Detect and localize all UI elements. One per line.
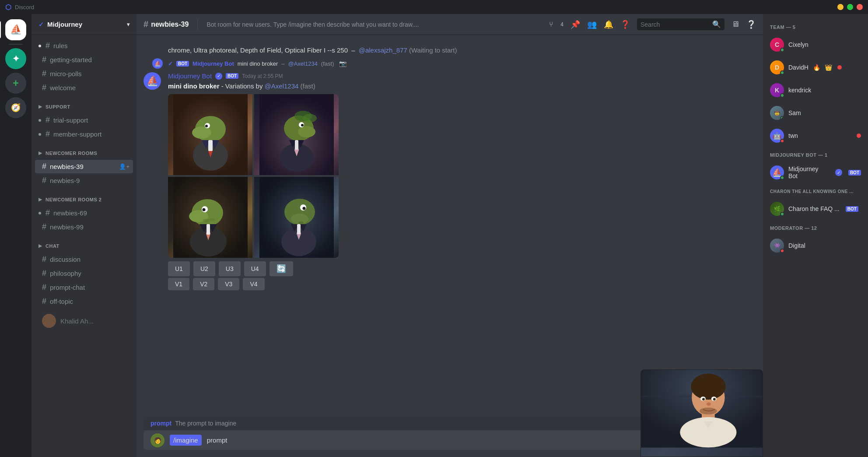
variation-mention[interactable]: @Axel1234: [265, 82, 299, 90]
member-name-digital: Digital: [788, 242, 805, 249]
member-name-davidh: DavidH: [788, 64, 808, 71]
titlebar-controls[interactable]: − □ ×: [837, 4, 863, 10]
chat-messages: chrome, Ultra photoreal, Depth of Field,…: [136, 35, 763, 416]
svg-rect-31: [206, 224, 210, 235]
red-dot-twn: [857, 134, 861, 138]
channel-item-prompt-chat[interactable]: # prompt-chat: [35, 281, 133, 294]
search-bar[interactable]: 🔍: [637, 18, 724, 30]
channel-name-discussion: discussion: [50, 256, 80, 263]
channel-item-newbies-39[interactable]: # newbies-39 👤+: [35, 160, 133, 173]
titlebar-left: ⬡ Discord: [5, 3, 34, 11]
channel-description: Bot room for new users. Type /imagine th…: [206, 21, 544, 28]
add-server-button[interactable]: +: [5, 73, 26, 94]
member-item-twn[interactable]: 🤖 twn: [766, 126, 864, 145]
search-input[interactable]: [640, 21, 710, 28]
channel-item-getting-started[interactable]: # getting-started: [35, 53, 133, 67]
discover-server-button[interactable]: 🧭: [5, 97, 26, 118]
compact-mention[interactable]: @alexsajzh_877: [359, 46, 407, 54]
pin-icon[interactable]: 📌: [570, 20, 580, 29]
category-header-support[interactable]: ▶ SUPPORT: [35, 102, 133, 111]
members-icon[interactable]: 👥: [587, 20, 597, 29]
u2-button[interactable]: U2: [193, 261, 215, 276]
server-sidebar: ⛵ ✦ + 🧭: [0, 14, 32, 457]
bot-mini-verified: ✓: [168, 60, 173, 67]
server-name-bar[interactable]: ✓ Midjourney ▾: [32, 14, 136, 35]
message-content-main: mini dino broker - Variations by @Axel12…: [168, 81, 756, 91]
u3-button[interactable]: U3: [219, 261, 241, 276]
hash-icon: #: [42, 283, 46, 292]
u4-button[interactable]: U4: [244, 261, 266, 276]
midjourney-icon: ⛵: [10, 24, 22, 35]
image-cell-1: [168, 94, 252, 175]
channel-item-discussion[interactable]: # discussion: [35, 253, 133, 266]
action-buttons-v: V1 V2 V3 V4: [168, 278, 756, 290]
collapse-arrow: ▶: [38, 150, 42, 156]
status-indicator-charon: [780, 212, 784, 216]
titlebar-title: Discord: [15, 4, 34, 11]
dino-svg-3: [173, 177, 248, 258]
add-icon: +: [13, 77, 19, 89]
member-item-kendrick[interactable]: K kendrick: [766, 81, 864, 100]
channel-item-rules[interactable]: # rules: [35, 39, 133, 53]
inbox-icon[interactable]: 🔔: [604, 20, 613, 29]
channel-item-micro-polls[interactable]: # micro-polls: [35, 67, 133, 81]
server-icon-openai[interactable]: ✦: [5, 48, 26, 69]
camera-icon[interactable]: 📷: [339, 60, 346, 67]
minimize-button[interactable]: −: [837, 4, 844, 10]
bullet-icon: [38, 45, 41, 47]
monitor-icon[interactable]: 🖥: [732, 20, 739, 29]
channel-item-trial-support[interactable]: # trial-support: [35, 113, 133, 127]
v1-button[interactable]: V1: [168, 278, 189, 290]
channel-item-khalid[interactable]: Khalid Ah...: [35, 312, 133, 330]
member-avatar-mj-bot: ⛵: [770, 165, 784, 179]
thread-icon[interactable]: ⑂: [549, 21, 553, 28]
bot-notification-row: ⛵ ✓ BOT Midjourney Bot mini dino broker …: [136, 58, 763, 69]
category-header-newcomer[interactable]: ▶ NEWCOMER ROOMS: [35, 148, 133, 158]
svg-point-40: [302, 207, 305, 210]
bot-mini-mention[interactable]: @Axel1234: [288, 60, 317, 67]
category-header-newcomer2[interactable]: ▶ NEWCOMER ROOMS 2: [35, 195, 133, 204]
bullet-icon: [38, 212, 41, 214]
member-item-cixelyn[interactable]: C Cixelyn: [766, 35, 864, 54]
svg-point-56: [713, 398, 716, 401]
member-item-mj-bot[interactable]: ⛵ Midjourney Bot ✓ BOT: [766, 163, 864, 182]
member-name-kendrick: kendrick: [788, 87, 811, 94]
category-header-chat[interactable]: ▶ CHAT: [35, 241, 133, 250]
channel-item-newbies-9[interactable]: # newbies-9: [35, 174, 133, 187]
input-command-label: /imagine: [170, 435, 202, 446]
discord-logo: ⬡: [5, 3, 11, 11]
help-icon[interactable]: ❓: [620, 20, 630, 29]
close-button[interactable]: ×: [857, 4, 863, 10]
member-item-charon[interactable]: 🌿 Charon the FAQ ... BOT: [766, 199, 864, 218]
member-name-cixelyn: Cixelyn: [788, 41, 808, 48]
channel-name-off-topic: off-topic: [50, 298, 73, 305]
v4-button[interactable]: V4: [243, 278, 264, 290]
v3-button[interactable]: V3: [218, 278, 239, 290]
maximize-button[interactable]: □: [847, 4, 853, 10]
channel-item-newbies-99[interactable]: # newbies-99: [35, 220, 133, 234]
search-icon: 🔍: [712, 20, 721, 28]
server-icon-midjourney[interactable]: ⛵: [5, 19, 26, 40]
channel-item-off-topic[interactable]: # off-topic: [35, 295, 133, 308]
member-item-digital[interactable]: 👾 Digital: [766, 236, 864, 255]
help-circle-icon[interactable]: ❔: [746, 20, 756, 29]
collapse-arrow: ▶: [38, 243, 42, 249]
member-item-davidh[interactable]: D DavidH 🔥 👑: [766, 58, 864, 77]
svg-point-28: [202, 208, 205, 211]
crown-badge: 👑: [825, 64, 832, 71]
bot-tag-mini: BOT: [176, 61, 189, 67]
channel-item-newbies-69[interactable]: # newbies-69: [35, 206, 133, 220]
u1-button[interactable]: U1: [168, 261, 190, 276]
refresh-button[interactable]: 🔄: [270, 261, 293, 276]
channel-item-member-support[interactable]: # member-support: [35, 127, 133, 141]
dino-svg-1: [173, 94, 248, 175]
member-item-sam[interactable]: 🤠 Sam: [766, 103, 864, 123]
status-indicator-digital: [780, 249, 784, 253]
channel-item-philosophy[interactable]: # philosophy: [35, 267, 133, 280]
channel-name-prompt-chat: prompt-chat: [50, 284, 85, 291]
category-name-newcomer: NEWCOMER ROOMS: [46, 151, 97, 156]
header-icons: ⑂ 4 📌 👥 🔔 ❓ 🔍 🖥 ❔: [549, 18, 756, 30]
channel-item-welcome[interactable]: # welcome: [35, 81, 133, 95]
user-avatar-input: 🧑: [150, 433, 164, 447]
v2-button[interactable]: V2: [193, 278, 214, 290]
